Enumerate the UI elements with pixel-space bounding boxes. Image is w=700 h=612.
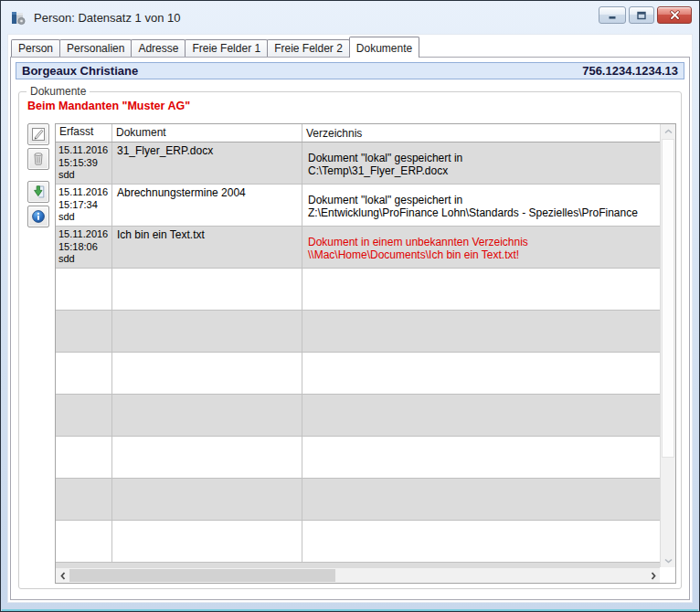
cell-verzeichnis [302,437,660,478]
mandant-notice: Beim Mandanten "Muster AG" [27,100,190,112]
cell-erfasst [56,437,112,478]
delete-button[interactable] [27,148,49,170]
cell-verzeichnis [302,395,660,436]
window-controls [599,6,692,24]
cell-dokument [112,437,302,478]
groupbox-body: ErfasstDokumentVerzeichnis 15.11.201615:… [24,123,676,584]
cell-erfasst: 15.11.201615:15:39sdd [56,142,112,184]
minimize-button[interactable] [599,6,626,24]
record-header: Borgeaux Christiane 756.1234.1234.13 [16,62,684,79]
info-button[interactable] [27,206,49,227]
table-row[interactable]: 15.11.201615:18:06sddIch bin ein Text.tx… [56,227,660,269]
column-header-verzeichnis[interactable]: Verzeichnis [302,124,660,142]
groupbox-label: Dokumente [27,85,90,98]
cell-verzeichnis [302,521,660,562]
record-name: Borgeaux Christiane [22,64,138,78]
person-window: Person: Datensatz 1 von 10 [0,0,700,612]
import-document-icon [31,185,46,199]
import-button[interactable] [27,181,49,203]
cell-dokument [112,311,302,352]
cell-verzeichnis [302,269,660,310]
dokumente-groupbox: Dokumente Beim Mandanten "Muster AG" [18,91,682,589]
vertical-scrollbar[interactable] [660,124,675,567]
tab-freie-felder-2[interactable]: Freie Felder 2 [267,39,350,57]
cell-verzeichnis [302,311,660,352]
edit-button[interactable] [27,123,49,145]
scrollbar-corner [660,567,675,583]
horizontal-scrollbar[interactable] [56,567,660,583]
tab-dokumente[interactable]: Dokumente [349,37,419,58]
cell-erfasst: 15.11.201615:18:06sdd [56,227,112,268]
scroll-down-button[interactable] [661,554,675,567]
cell-erfasst [56,521,112,562]
cell-erfasst [56,353,112,394]
tab-adresse[interactable]: Adresse [131,39,186,57]
tab-freie-felder-1[interactable]: Freie Felder 1 [185,39,268,57]
cell-verzeichnis [302,479,660,520]
record-id: 756.1234.1234.13 [582,64,678,78]
close-button[interactable] [657,6,692,24]
maximize-icon [636,10,647,21]
cell-erfasst [56,479,112,520]
window-title: Person: Datensatz 1 von 10 [34,11,180,25]
table-row[interactable] [56,479,660,521]
table-row[interactable]: 15.11.201615:17:34sddAbrechnungstermine … [56,185,660,227]
chevron-down-icon [664,558,673,564]
horizontal-scroll-thumb[interactable] [69,569,335,582]
pencil-icon [31,127,46,142]
chevron-up-icon [664,129,673,134]
tab-strip: PersonPersonalienAdresseFreie Felder 1Fr… [11,36,689,57]
chevron-left-icon [60,572,66,580]
cell-dokument: Abrechnungstermine 2004 [112,185,302,226]
cell-dokument: Ich bin ein Text.txt [112,227,302,268]
cell-dokument [112,521,302,562]
info-icon [31,209,46,224]
document-toolbar [24,123,55,584]
table-row[interactable] [56,269,660,311]
app-icon [11,10,27,26]
table-row[interactable] [56,437,660,479]
cell-verzeichnis: Dokument in einem unbekannten Verzeichni… [302,227,660,268]
table-row[interactable] [56,353,660,395]
cell-erfasst: 15.11.201615:17:34sdd [56,185,112,226]
cell-dokument [112,479,302,520]
cell-verzeichnis: Dokument "lokal" gespeichert inZ:\Entwic… [302,185,660,226]
cell-dokument [112,353,302,394]
column-header-dokument[interactable]: Dokument [112,124,302,142]
vertical-scroll-thumb[interactable] [662,139,674,458]
cell-dokument: 31_Flyer_ERP.docx [112,142,302,184]
cell-erfasst [56,269,112,310]
document-table: ErfasstDokumentVerzeichnis 15.11.201615:… [55,123,676,584]
chevron-right-icon [651,572,656,580]
table-row[interactable] [56,311,660,353]
maximize-button[interactable] [629,6,654,24]
table-scroll-area: ErfasstDokumentVerzeichnis 15.11.201615:… [56,124,660,567]
cell-dokument [112,395,302,436]
column-header-erfasst[interactable]: Erfasst [56,124,112,142]
tab-page-dokumente: Borgeaux Christiane 756.1234.1234.13 Dok… [10,57,690,600]
cell-dokument [112,269,302,310]
minimize-icon [607,10,618,21]
trash-icon [31,152,46,166]
cell-verzeichnis: Dokument "lokal" gespeichert inC:\Temp\3… [302,142,660,184]
dialog-client-area: PersonPersonalienAdresseFreie Felder 1Fr… [7,34,693,603]
table-row[interactable]: 15.11.201615:15:39sdd31_Flyer_ERP.docxDo… [56,142,660,185]
table-header: ErfasstDokumentVerzeichnis [56,124,660,142]
cell-erfasst [56,395,112,436]
close-icon [669,10,681,20]
tab-personalien[interactable]: Personalien [59,39,132,57]
title-bar[interactable]: Person: Datensatz 1 von 10 [1,1,699,34]
scroll-right-button[interactable] [646,568,660,583]
table-rows: 15.11.201615:15:39sdd31_Flyer_ERP.docxDo… [56,142,660,567]
cell-verzeichnis [302,353,660,394]
table-row[interactable] [56,395,660,437]
table-row[interactable] [56,521,660,563]
scroll-left-button[interactable] [56,568,69,583]
tab-person[interactable]: Person [11,39,60,57]
cell-erfasst [56,311,112,352]
scroll-up-button[interactable] [661,124,675,138]
